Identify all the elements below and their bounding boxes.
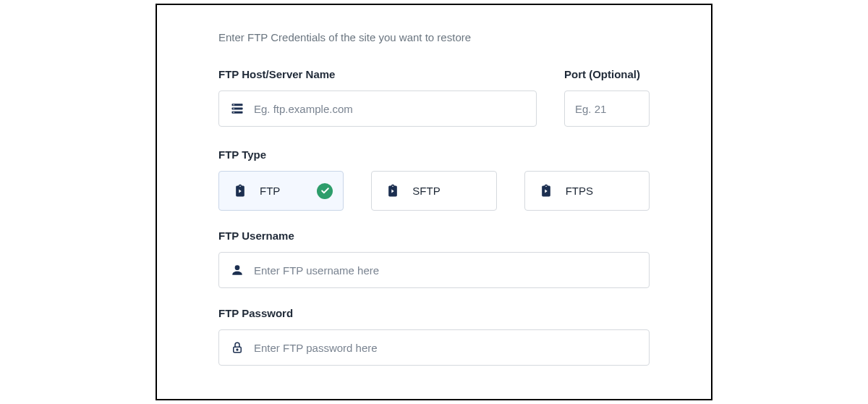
username-label: FTP Username bbox=[218, 230, 650, 242]
svg-point-6 bbox=[235, 265, 240, 270]
ftp-credentials-form: Enter FTP Credentials of the site you wa… bbox=[156, 4, 712, 400]
clipboard-arrow-icon bbox=[232, 183, 248, 199]
type-option-ftp-label: FTP bbox=[260, 185, 280, 197]
svg-point-4 bbox=[233, 108, 234, 109]
host-input-box[interactable] bbox=[218, 91, 537, 127]
check-icon bbox=[317, 183, 333, 199]
form-subtitle: Enter FTP Credentials of the site you wa… bbox=[218, 31, 650, 43]
password-section: FTP Password bbox=[218, 307, 650, 366]
type-option-ftp[interactable]: FTP bbox=[218, 171, 344, 211]
clipboard-arrow-icon bbox=[538, 183, 554, 199]
type-option-ftps[interactable]: FTPS bbox=[524, 171, 650, 211]
port-field-group: Port (Optional) bbox=[564, 68, 650, 127]
port-input[interactable] bbox=[575, 103, 639, 115]
host-label: FTP Host/Server Name bbox=[218, 68, 537, 80]
type-option-sftp[interactable]: SFTP bbox=[371, 171, 496, 211]
type-label: FTP Type bbox=[218, 148, 650, 161]
port-input-box[interactable] bbox=[564, 91, 650, 127]
host-field-group: FTP Host/Server Name bbox=[218, 68, 537, 127]
type-options-row: FTP SFTP bbox=[218, 171, 650, 211]
user-icon bbox=[229, 262, 245, 278]
type-option-ftps-label: FTPS bbox=[566, 185, 593, 197]
svg-point-5 bbox=[233, 112, 234, 114]
username-input-box[interactable] bbox=[218, 252, 650, 288]
password-label: FTP Password bbox=[218, 307, 650, 319]
host-input[interactable] bbox=[254, 103, 526, 115]
clipboard-arrow-icon bbox=[385, 183, 401, 199]
password-input-box[interactable] bbox=[218, 329, 650, 366]
lock-icon bbox=[229, 340, 245, 355]
username-section: FTP Username bbox=[218, 230, 650, 288]
password-input[interactable] bbox=[254, 342, 639, 354]
port-label: Port (Optional) bbox=[564, 68, 650, 80]
svg-point-8 bbox=[237, 349, 238, 350]
type-section: FTP Type FTP bbox=[218, 148, 650, 211]
username-input[interactable] bbox=[254, 264, 639, 277]
server-icon bbox=[229, 101, 245, 117]
svg-point-3 bbox=[233, 104, 234, 106]
host-port-row: FTP Host/Server Name Port (Optional) bbox=[218, 68, 650, 127]
type-option-sftp-label: SFTP bbox=[412, 185, 440, 197]
